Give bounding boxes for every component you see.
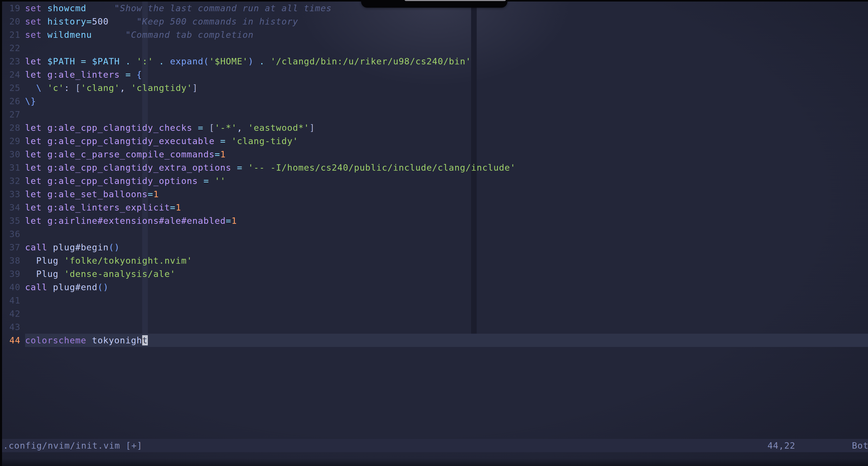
line-number: 19 [2,2,21,15]
code-text: colorscheme tokyonight [25,334,148,347]
line-number: 39 [2,267,21,280]
line-number: 33 [2,188,21,201]
code-line: 39 Plug 'dense-analysis/ale' [2,267,868,280]
code-text: let g:ale_cpp_clangtidy_executable = 'cl… [25,134,298,148]
code-line: 29let g:ale_cpp_clangtidy_executable = '… [2,134,868,148]
line-number: 21 [2,28,21,41]
code-line: 31let g:ale_cpp_clangtidy_extra_options … [2,161,868,174]
code-text: call plug#end() [25,280,109,294]
screen: { "app": "neovim-terminal", "colors": { … [0,0,868,466]
code-text: let g:ale_linters = { [25,68,142,81]
terminal-window[interactable]: 19set showcmd "Show the last command run… [2,2,868,466]
line-number: 31 [2,161,21,174]
code-text: let g:ale_c_parse_compile_commands=1 [25,148,226,161]
line-number: 43 [2,321,21,334]
line-number: 27 [2,108,21,121]
code-line: 34let g:ale_linters_explicit=1 [2,201,868,214]
code-line: 33let g:ale_set_balloons=1 [2,188,868,201]
code-line: 37call plug#begin() [2,241,868,254]
camera-notch [361,0,507,8]
code-text: set history=500 "Keep 500 commands in hi… [25,15,298,28]
code-line: 21set wildmenu "Command tab completion [2,28,868,41]
code-text: let g:ale_set_balloons=1 [25,188,159,201]
code-text: Plug 'folke/tokyonight.nvim' [25,254,192,267]
code-line: 32let g:ale_cpp_clangtidy_options = '' [2,174,868,188]
code-text: \} [25,95,36,108]
line-number: 25 [2,81,21,95]
code-line: 24let g:ale_linters = { [2,68,868,81]
code-text: \ 'c': ['clang', 'clangtidy'] [25,81,198,95]
line-number: 34 [2,201,21,214]
line-number: 23 [2,55,21,68]
code-line: 40call plug#end() [2,280,868,294]
line-number: 28 [2,121,21,134]
code-line: 30let g:ale_c_parse_compile_commands=1 [2,148,868,161]
line-number: 32 [2,174,21,188]
code-text: let g:airline#extensions#ale#enabled=1 [25,214,237,227]
command-line[interactable] [2,452,868,466]
code-text: let g:ale_cpp_clangtidy_checks = ['-*', … [25,121,315,134]
line-number: 35 [2,214,21,227]
code-text: Plug 'dense-analysis/ale' [25,267,176,280]
code-line: 23let $PATH = $PATH . ':' . expand('$HOM… [2,55,868,68]
code-line: 35let g:airline#extensions#ale#enabled=1 [2,214,868,227]
background-window-edge [405,0,506,1]
statusline-cursor-position: 44,22 [768,439,795,452]
code-text: let g:ale_cpp_clangtidy_extra_options = … [25,161,516,174]
code-line: 25 \ 'c': ['clang', 'clangtidy'] [2,81,868,95]
code-text: set wildmenu "Command tab completion [25,28,254,41]
line-number: 42 [2,307,21,321]
code-line: 41 [2,294,868,307]
line-number: 22 [2,41,21,55]
code-line: 43 [2,321,868,334]
statusline-filename: .config/nvim/init.vim [+] [3,439,143,452]
line-number: 30 [2,148,21,161]
line-number: 38 [2,254,21,267]
code-text: let g:ale_cpp_clangtidy_options = '' [25,174,226,188]
statusline: .config/nvim/init.vim [+] 44,22 Bot [2,439,868,452]
screen-left-edge [0,0,2,466]
code-rows[interactable]: 19set showcmd "Show the last command run… [2,2,868,347]
line-number: 40 [2,280,21,294]
code-line: 36 [2,227,868,241]
code-line: 28let g:ale_cpp_clangtidy_checks = ['-*'… [2,121,868,134]
line-number: 37 [2,241,21,254]
line-number: 29 [2,134,21,148]
code-text: set showcmd "Show the last command run a… [25,2,332,15]
code-line: 44colorscheme tokyonight [2,334,868,347]
code-text: call plug#begin() [25,241,120,254]
code-line: 42 [2,307,868,321]
statusline-scroll-indicator: Bot [852,439,868,452]
line-number: 36 [2,227,21,241]
line-number: 44 [2,334,21,347]
code-line: 26\} [2,95,868,108]
line-number: 41 [2,294,21,307]
line-number: 24 [2,68,21,81]
line-number: 26 [2,95,21,108]
code-line: 22 [2,41,868,55]
block-cursor: t [142,335,148,345]
code-text: let g:ale_linters_explicit=1 [25,201,181,214]
code-line: 20set history=500 "Keep 500 commands in … [2,15,868,28]
code-line: 27 [2,108,868,121]
code-text: let $PATH = $PATH . ':' . expand('$HOME'… [25,55,471,68]
code-line: 38 Plug 'folke/tokyonight.nvim' [2,254,868,267]
line-number: 20 [2,15,21,28]
